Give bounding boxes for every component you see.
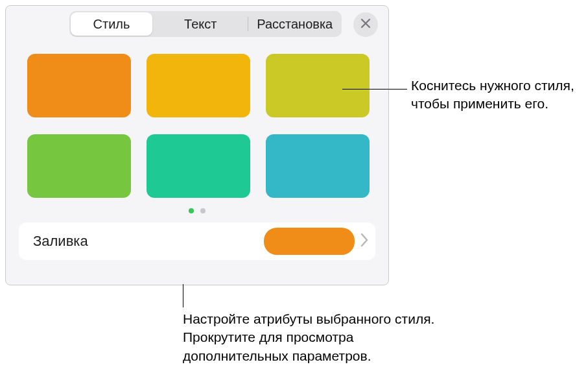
callout-line-bottom	[183, 284, 183, 307]
fill-color-swatch[interactable]	[264, 228, 355, 255]
close-icon	[360, 18, 371, 31]
top-bar: Стиль Текст Расстановка	[6, 6, 388, 42]
style-swatch-grid	[6, 42, 388, 198]
style-swatch-5[interactable]	[147, 134, 250, 198]
style-swatch-2[interactable]	[147, 54, 250, 117]
tab-arrange-label: Расстановка	[257, 17, 333, 32]
callout-text-bottom: Настройте атрибуты выбранного стиля. Про…	[183, 310, 442, 365]
tab-style-label: Стиль	[93, 17, 130, 32]
page-dot-1	[189, 208, 194, 213]
style-swatch-6[interactable]	[266, 134, 370, 198]
format-panel: Стиль Текст Расстановка Заливка	[5, 5, 389, 285]
callout-text-right: Коснитесь нужного стиля, чтобы применить…	[411, 77, 580, 114]
callout-line-right	[342, 89, 407, 90]
page-indicator[interactable]	[6, 208, 388, 213]
fill-label: Заливка	[33, 233, 264, 250]
segmented-tabs: Стиль Текст Расстановка	[69, 11, 342, 37]
style-swatch-3[interactable]	[266, 54, 370, 117]
style-swatch-4[interactable]	[27, 134, 131, 198]
page-dot-2	[200, 208, 206, 213]
fill-row[interactable]: Заливка	[19, 222, 375, 260]
chevron-right-icon	[360, 233, 369, 250]
tab-text-label: Текст	[184, 17, 217, 32]
close-button[interactable]	[353, 12, 378, 37]
tab-style[interactable]: Стиль	[71, 12, 152, 36]
tab-text[interactable]: Текст	[154, 11, 248, 37]
tab-arrange[interactable]: Расстановка	[248, 11, 342, 37]
style-swatch-1[interactable]	[27, 54, 131, 117]
